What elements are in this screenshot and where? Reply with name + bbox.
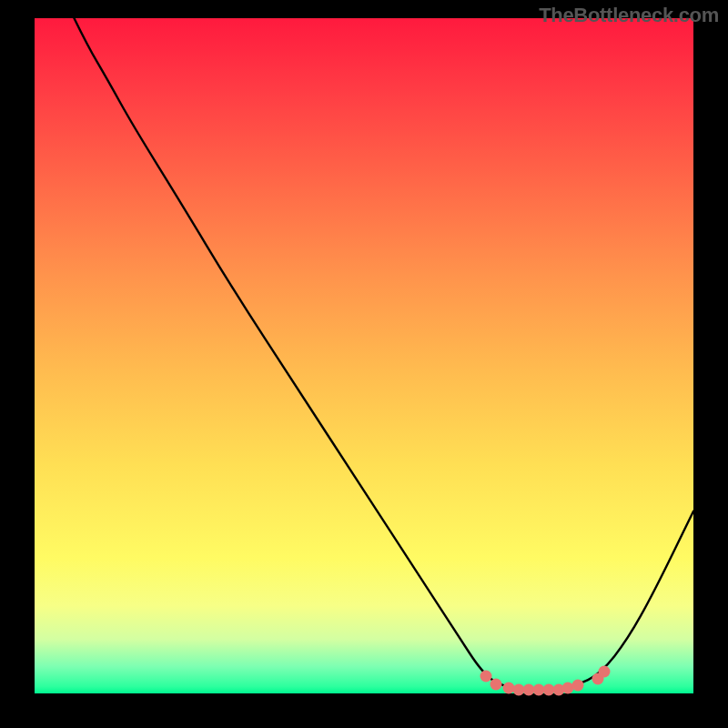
sweet-spot-dot	[572, 680, 584, 692]
sweet-spot-dot	[490, 679, 501, 691]
watermark-text: TheBottleneck.com	[539, 4, 719, 27]
chart-plot-area	[35, 18, 693, 693]
sweet-spot-dot	[599, 665, 611, 677]
bottleneck-curve	[35, 18, 693, 693]
